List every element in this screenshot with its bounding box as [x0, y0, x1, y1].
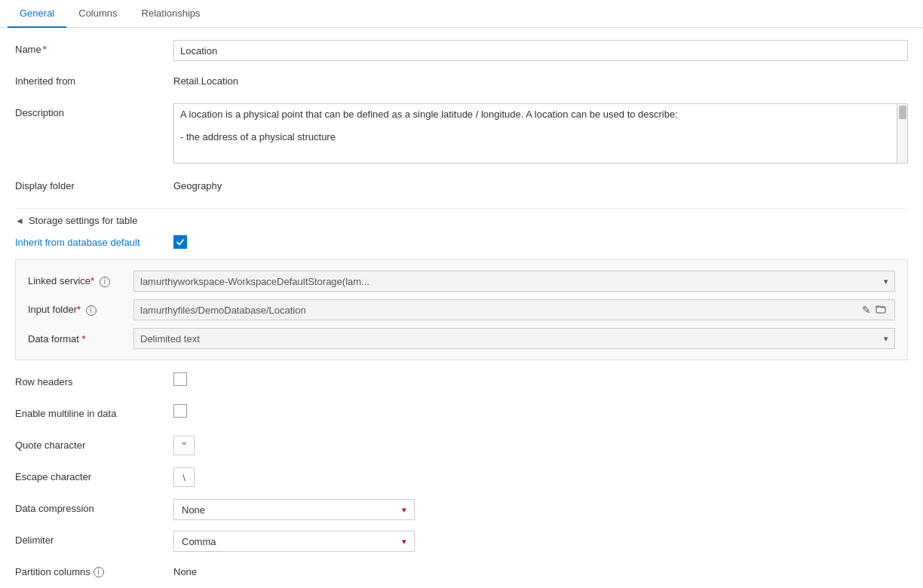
data-format-select[interactable]: Delimited text ▾	[133, 328, 895, 349]
input-folder-browse-icon[interactable]	[873, 304, 888, 317]
input-folder-edit-icon[interactable]: ✎	[860, 304, 873, 316]
input-folder-field: lamurthyfiles/DemoDatabase/Location ✎	[133, 299, 895, 320]
partition-columns-info-icon[interactable]: i	[94, 567, 104, 577]
escape-character-value[interactable]: \	[173, 467, 195, 487]
storage-section-header: ◄ Storage settings for table	[15, 215, 908, 226]
linked-service-chevron-icon: ▾	[884, 277, 888, 286]
linked-service-info-icon[interactable]: i	[100, 277, 110, 287]
input-folder-input: lamurthyfiles/DemoDatabase/Location ✎	[133, 299, 895, 320]
data-format-label: Data format *	[28, 333, 133, 345]
partition-columns-row: Partition columns i None	[15, 562, 908, 583]
enable-multiline-row: Enable multiline in data	[15, 404, 908, 425]
tabs-container: General Columns Relationships	[0, 0, 923, 28]
partition-columns-label: Partition columns i	[15, 562, 173, 577]
data-compression-label: Data compression	[15, 499, 173, 514]
svg-rect-0	[876, 307, 885, 313]
linked-service-select[interactable]: lamurthyworkspace-WorkspaceDefaultStorag…	[133, 271, 895, 292]
name-input[interactable]	[173, 40, 908, 61]
storage-settings-box: Linked service* i lamurthyworkspace-Work…	[15, 259, 908, 360]
data-format-row: Data format * Delimited text ▾	[28, 328, 895, 349]
description-label: Description	[15, 103, 173, 118]
enable-multiline-checkbox[interactable]	[173, 404, 187, 418]
escape-character-row: Escape character \	[15, 467, 908, 488]
row-headers-checkbox-wrapper	[173, 372, 908, 388]
data-compression-select[interactable]: None ▾	[173, 499, 415, 520]
delimiter-chevron-icon: ▾	[402, 537, 406, 547]
quote-character-value[interactable]: "	[173, 436, 195, 455]
inherited-from-row: Inherited from Retail.Location	[15, 72, 908, 93]
data-format-chevron-icon: ▾	[884, 334, 888, 344]
escape-character-label: Escape character	[15, 467, 173, 482]
row-headers-label: Row headers	[15, 372, 173, 387]
enable-multiline-label: Enable multiline in data	[15, 404, 173, 419]
data-compression-select-wrapper: None ▾	[173, 499, 908, 520]
delimiter-select[interactable]: Comma ▾	[173, 531, 415, 552]
divider-1	[15, 208, 908, 209]
data-format-input: Delimited text ▾	[133, 328, 895, 349]
checkmark-icon	[176, 237, 185, 247]
storage-arrow-icon[interactable]: ◄	[15, 216, 24, 226]
inherit-db-row: Inherit from database default	[15, 235, 908, 249]
delimiter-row: Delimiter Comma ▾	[15, 531, 908, 552]
row-headers-row: Row headers	[15, 372, 908, 394]
quote-character-value-wrapper: "	[173, 436, 908, 455]
input-folder-label: Input folder* i	[28, 304, 133, 316]
tab-general[interactable]: General	[8, 0, 66, 28]
escape-character-value-wrapper: \	[173, 467, 908, 487]
enable-multiline-checkbox-wrapper	[173, 404, 908, 420]
description-input[interactable]	[173, 103, 897, 164]
folder-icon	[875, 304, 886, 314]
data-compression-chevron-icon: ▾	[402, 505, 406, 515]
partition-columns-value: None	[173, 562, 908, 577]
scrollbar-thumb	[899, 106, 906, 119]
inherit-db-label: Inherit from database default	[15, 237, 173, 248]
display-folder-label: Display folder	[15, 176, 173, 191]
tab-bar: General Columns Relationships	[0, 0, 923, 28]
description-row: Description	[15, 103, 908, 166]
tab-columns[interactable]: Columns	[66, 0, 129, 28]
delimiter-select-wrapper: Comma ▾	[173, 531, 908, 552]
name-label: Name*	[15, 40, 173, 55]
name-row: Name*	[15, 40, 908, 61]
linked-service-label: Linked service* i	[28, 275, 133, 287]
display-folder-value: Geography	[173, 176, 908, 191]
form-content: Name* Inherited from Retail.Location Des…	[0, 28, 923, 584]
inherited-from-value: Retail.Location	[173, 72, 908, 87]
linked-service-row: Linked service* i lamurthyworkspace-Work…	[28, 271, 895, 292]
input-folder-info-icon[interactable]: i	[86, 305, 97, 316]
row-headers-checkbox[interactable]	[173, 372, 187, 386]
inherited-from-label: Inherited from	[15, 72, 173, 87]
name-input-wrapper	[173, 40, 908, 61]
inherit-db-checkbox[interactable]	[173, 235, 187, 249]
description-scrollbar	[897, 103, 908, 164]
input-folder-row: Input folder* i lamurthyfiles/DemoDataba…	[28, 299, 895, 320]
description-wrapper	[173, 103, 908, 166]
delimiter-label: Delimiter	[15, 531, 173, 546]
quote-character-row: Quote character "	[15, 436, 908, 457]
data-compression-row: Data compression None ▾	[15, 499, 908, 520]
quote-character-label: Quote character	[15, 436, 173, 451]
linked-service-input: lamurthyworkspace-WorkspaceDefaultStorag…	[133, 271, 895, 292]
display-folder-row: Display folder Geography	[15, 176, 908, 198]
tab-relationships[interactable]: Relationships	[130, 0, 213, 28]
